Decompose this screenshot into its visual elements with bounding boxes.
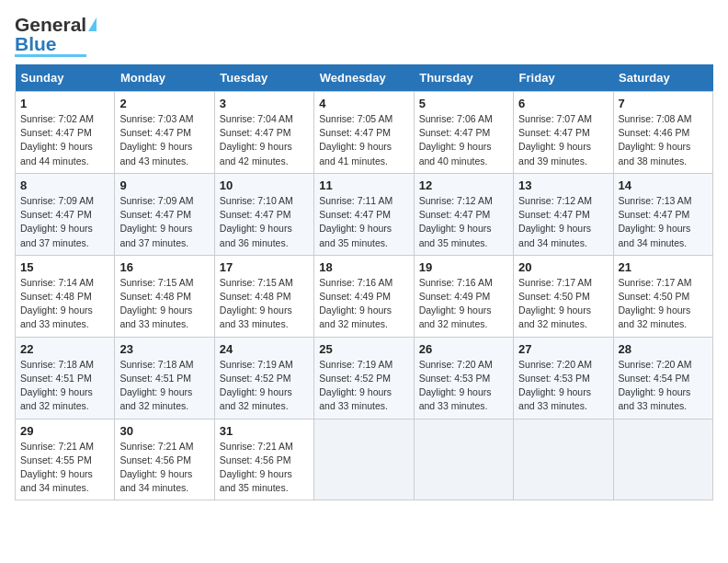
col-monday: Monday bbox=[115, 64, 214, 92]
day-number: 17 bbox=[220, 260, 309, 274]
day-cell: 29Sunrise: 7:21 AMSunset: 4:55 PMDayligh… bbox=[16, 419, 115, 500]
day-cell: 3Sunrise: 7:04 AMSunset: 4:47 PMDaylight… bbox=[214, 92, 313, 174]
day-number: 11 bbox=[319, 178, 408, 192]
day-info: Sunrise: 7:17 AMSunset: 4:50 PMDaylight:… bbox=[619, 277, 692, 330]
day-info: Sunrise: 7:19 AMSunset: 4:52 PMDaylight:… bbox=[220, 359, 293, 412]
logo-general: General bbox=[15, 15, 86, 34]
day-info: Sunrise: 7:06 AMSunset: 4:47 PMDaylight:… bbox=[419, 113, 493, 167]
day-info: Sunrise: 7:15 AMSunset: 4:48 PMDaylight:… bbox=[220, 277, 293, 330]
day-number: 29 bbox=[20, 424, 109, 438]
day-cell: 20Sunrise: 7:17 AMSunset: 4:50 PMDayligh… bbox=[514, 255, 613, 337]
day-info: Sunrise: 7:07 AMSunset: 4:47 PMDaylight:… bbox=[518, 113, 592, 167]
day-number: 14 bbox=[619, 178, 708, 192]
day-number: 12 bbox=[419, 178, 508, 192]
col-thursday: Thursday bbox=[414, 64, 513, 92]
day-info: Sunrise: 7:20 AMSunset: 4:54 PMDaylight:… bbox=[619, 359, 692, 412]
day-number: 27 bbox=[518, 342, 608, 356]
day-number: 10 bbox=[220, 178, 309, 192]
day-cell: 9Sunrise: 7:09 AMSunset: 4:47 PMDaylight… bbox=[115, 173, 214, 255]
day-cell bbox=[613, 419, 712, 500]
col-wednesday: Wednesday bbox=[314, 64, 414, 92]
logo: General Blue bbox=[15, 15, 97, 57]
day-cell: 28Sunrise: 7:20 AMSunset: 4:54 PMDayligh… bbox=[613, 337, 712, 419]
day-cell bbox=[414, 419, 513, 500]
day-cell: 31Sunrise: 7:21 AMSunset: 4:56 PMDayligh… bbox=[214, 419, 313, 500]
day-info: Sunrise: 7:21 AMSunset: 4:55 PMDaylight:… bbox=[20, 441, 94, 494]
logo-triangle-icon bbox=[88, 17, 97, 31]
day-cell: 5Sunrise: 7:06 AMSunset: 4:47 PMDaylight… bbox=[414, 92, 513, 174]
day-number: 1 bbox=[20, 97, 109, 110]
day-cell: 22Sunrise: 7:18 AMSunset: 4:51 PMDayligh… bbox=[16, 337, 115, 419]
day-cell: 23Sunrise: 7:18 AMSunset: 4:51 PMDayligh… bbox=[115, 337, 214, 419]
day-cell: 15Sunrise: 7:14 AMSunset: 4:48 PMDayligh… bbox=[16, 255, 115, 337]
col-sunday: Sunday bbox=[16, 64, 115, 92]
day-number: 7 bbox=[619, 97, 708, 110]
day-info: Sunrise: 7:18 AMSunset: 4:51 PMDaylight:… bbox=[20, 359, 94, 412]
day-info: Sunrise: 7:16 AMSunset: 4:49 PMDaylight:… bbox=[419, 277, 493, 330]
day-info: Sunrise: 7:19 AMSunset: 4:52 PMDaylight:… bbox=[319, 359, 392, 412]
day-info: Sunrise: 7:05 AMSunset: 4:47 PMDaylight:… bbox=[319, 113, 392, 167]
day-cell: 11Sunrise: 7:11 AMSunset: 4:47 PMDayligh… bbox=[314, 173, 414, 255]
day-info: Sunrise: 7:09 AMSunset: 4:47 PMDaylight:… bbox=[20, 195, 94, 248]
day-number: 26 bbox=[419, 342, 508, 356]
day-cell: 10Sunrise: 7:10 AMSunset: 4:47 PMDayligh… bbox=[214, 173, 313, 255]
day-number: 20 bbox=[518, 260, 608, 274]
day-cell: 17Sunrise: 7:15 AMSunset: 4:48 PMDayligh… bbox=[214, 255, 313, 337]
day-cell: 13Sunrise: 7:12 AMSunset: 4:47 PMDayligh… bbox=[514, 173, 613, 255]
day-number: 16 bbox=[119, 260, 209, 274]
day-info: Sunrise: 7:20 AMSunset: 4:53 PMDaylight:… bbox=[419, 359, 493, 412]
day-cell: 26Sunrise: 7:20 AMSunset: 4:53 PMDayligh… bbox=[414, 337, 513, 419]
day-info: Sunrise: 7:14 AMSunset: 4:48 PMDaylight:… bbox=[20, 277, 94, 330]
logo-blue: Blue bbox=[15, 34, 57, 53]
day-info: Sunrise: 7:20 AMSunset: 4:53 PMDaylight:… bbox=[518, 359, 592, 412]
day-number: 9 bbox=[119, 178, 209, 192]
header-row: SundayMondayTuesdayWednesdayThursdayFrid… bbox=[16, 64, 713, 92]
day-number: 23 bbox=[119, 342, 209, 356]
day-number: 6 bbox=[518, 97, 608, 110]
day-number: 15 bbox=[20, 260, 109, 274]
col-tuesday: Tuesday bbox=[214, 64, 313, 92]
day-number: 25 bbox=[319, 342, 408, 356]
day-number: 2 bbox=[119, 97, 209, 110]
week-row-4: 22Sunrise: 7:18 AMSunset: 4:51 PMDayligh… bbox=[16, 337, 713, 419]
logo-underline bbox=[15, 54, 86, 57]
week-row-2: 8Sunrise: 7:09 AMSunset: 4:47 PMDaylight… bbox=[16, 173, 713, 255]
day-cell: 7Sunrise: 7:08 AMSunset: 4:46 PMDaylight… bbox=[613, 92, 712, 174]
day-cell: 1Sunrise: 7:02 AMSunset: 4:47 PMDaylight… bbox=[16, 92, 115, 174]
day-number: 21 bbox=[619, 260, 708, 274]
day-number: 4 bbox=[319, 97, 408, 110]
day-info: Sunrise: 7:08 AMSunset: 4:46 PMDaylight:… bbox=[619, 113, 692, 167]
day-cell bbox=[314, 419, 414, 500]
week-row-5: 29Sunrise: 7:21 AMSunset: 4:55 PMDayligh… bbox=[16, 419, 713, 500]
day-info: Sunrise: 7:03 AMSunset: 4:47 PMDaylight:… bbox=[119, 113, 193, 167]
day-info: Sunrise: 7:13 AMSunset: 4:47 PMDaylight:… bbox=[619, 195, 692, 248]
day-cell: 21Sunrise: 7:17 AMSunset: 4:50 PMDayligh… bbox=[613, 255, 712, 337]
day-cell: 24Sunrise: 7:19 AMSunset: 4:52 PMDayligh… bbox=[214, 337, 313, 419]
day-cell: 12Sunrise: 7:12 AMSunset: 4:47 PMDayligh… bbox=[414, 173, 513, 255]
day-info: Sunrise: 7:12 AMSunset: 4:47 PMDaylight:… bbox=[518, 195, 592, 248]
day-cell: 19Sunrise: 7:16 AMSunset: 4:49 PMDayligh… bbox=[414, 255, 513, 337]
week-row-3: 15Sunrise: 7:14 AMSunset: 4:48 PMDayligh… bbox=[16, 255, 713, 337]
day-info: Sunrise: 7:02 AMSunset: 4:47 PMDaylight:… bbox=[20, 113, 94, 167]
day-cell: 27Sunrise: 7:20 AMSunset: 4:53 PMDayligh… bbox=[514, 337, 613, 419]
day-cell: 2Sunrise: 7:03 AMSunset: 4:47 PMDaylight… bbox=[115, 92, 214, 174]
day-cell: 14Sunrise: 7:13 AMSunset: 4:47 PMDayligh… bbox=[613, 173, 712, 255]
day-info: Sunrise: 7:10 AMSunset: 4:47 PMDaylight:… bbox=[220, 195, 293, 248]
day-cell: 25Sunrise: 7:19 AMSunset: 4:52 PMDayligh… bbox=[314, 337, 414, 419]
day-cell: 6Sunrise: 7:07 AMSunset: 4:47 PMDaylight… bbox=[514, 92, 613, 174]
day-info: Sunrise: 7:16 AMSunset: 4:49 PMDaylight:… bbox=[319, 277, 392, 330]
day-info: Sunrise: 7:15 AMSunset: 4:48 PMDaylight:… bbox=[119, 277, 193, 330]
day-info: Sunrise: 7:21 AMSunset: 4:56 PMDaylight:… bbox=[220, 441, 293, 494]
day-number: 28 bbox=[619, 342, 708, 356]
col-saturday: Saturday bbox=[613, 64, 712, 92]
calendar-table: SundayMondayTuesdayWednesdayThursdayFrid… bbox=[15, 64, 713, 500]
day-cell: 8Sunrise: 7:09 AMSunset: 4:47 PMDaylight… bbox=[16, 173, 115, 255]
day-number: 31 bbox=[220, 424, 309, 438]
day-info: Sunrise: 7:17 AMSunset: 4:50 PMDaylight:… bbox=[518, 277, 592, 330]
day-cell: 18Sunrise: 7:16 AMSunset: 4:49 PMDayligh… bbox=[314, 255, 414, 337]
day-info: Sunrise: 7:09 AMSunset: 4:47 PMDaylight:… bbox=[119, 195, 193, 248]
day-number: 19 bbox=[419, 260, 508, 274]
day-number: 13 bbox=[518, 178, 608, 192]
day-number: 18 bbox=[319, 260, 408, 274]
day-cell bbox=[514, 419, 613, 500]
